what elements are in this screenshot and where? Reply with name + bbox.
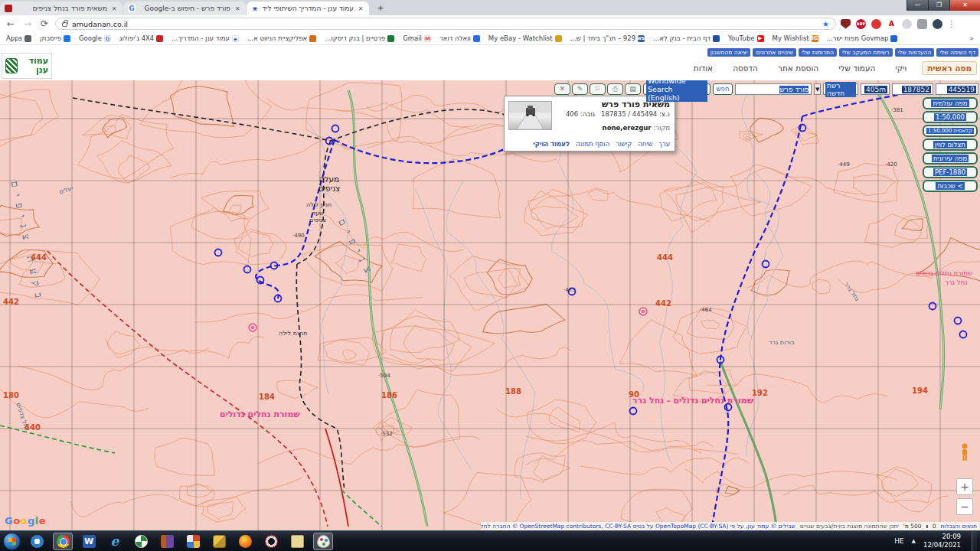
pin-button[interactable]: ⚐ bbox=[590, 83, 606, 95]
layer-button[interactable]: מפה עירונית bbox=[923, 152, 978, 165]
user-link[interactable]: ההעדפות שלי bbox=[895, 48, 935, 57]
bookmark-item[interactable]: Govmap מפות ישר... bbox=[827, 34, 898, 42]
map-site-marker[interactable] bbox=[763, 261, 769, 268]
user-link[interactable]: רשימת המעקב שלי bbox=[839, 48, 893, 57]
restore-button[interactable]: ❐ bbox=[928, 0, 949, 11]
map-site-marker[interactable] bbox=[955, 318, 962, 324]
search-dropdown-icon[interactable]: ▼ bbox=[814, 83, 821, 95]
open-button[interactable]: ▤ bbox=[625, 83, 641, 95]
bookmark-item[interactable]: פרטיים | בנק דיסקו... bbox=[325, 34, 394, 42]
easting-field[interactable]: 187852 bbox=[892, 83, 933, 95]
layer-button[interactable]: 1:50,000 bbox=[923, 111, 978, 123]
site-tab-item[interactable]: אודות bbox=[689, 62, 717, 74]
site-logo[interactable]: עמוד ענן bbox=[2, 53, 52, 79]
map-site-marker[interactable] bbox=[244, 266, 251, 273]
map-site-marker[interactable] bbox=[630, 408, 637, 415]
tab-close-icon[interactable]: ✕ bbox=[357, 5, 364, 12]
map-site-marker[interactable] bbox=[569, 289, 576, 295]
bookmarks-overflow-icon[interactable]: » bbox=[969, 34, 974, 42]
forward-icon[interactable]: → bbox=[21, 18, 34, 29]
search-scope-select[interactable]: Worldwide Search (English) bbox=[643, 83, 710, 95]
taskbar-mediaplayer-icon[interactable] bbox=[27, 533, 47, 550]
profile-avatar[interactable] bbox=[933, 19, 942, 29]
bookmark-item[interactable]: My eBay - Watchlist bbox=[488, 34, 562, 42]
popup-link[interactable]: לעמוד הויקי bbox=[533, 140, 570, 148]
browser-tab[interactable]: ✕עמוד ענן - המדריך השיתופי לידי...⚹ bbox=[247, 2, 369, 15]
taskbar-compass-icon[interactable] bbox=[131, 533, 151, 550]
taskbar-puzzle-icon[interactable] bbox=[209, 533, 229, 550]
ublock-icon[interactable]: 3 bbox=[841, 19, 851, 29]
url-omnibox[interactable]: amudanan.co.il ★ bbox=[55, 18, 836, 30]
bookmark-item[interactable]: אפליקציית הניווט א... bbox=[247, 34, 316, 42]
pegman-icon[interactable] bbox=[959, 443, 971, 461]
bookmark-item[interactable]: ⚹עמוד ענן - המדריך... bbox=[172, 34, 239, 42]
browser-tab[interactable]: ✕משאית פורד בנחל צניפים bbox=[0, 2, 122, 15]
tray-expand-icon[interactable]: ▲ bbox=[912, 538, 916, 544]
bookmark-item[interactable]: MGmail bbox=[403, 34, 431, 42]
user-link[interactable]: יציאה מהחשבון bbox=[707, 48, 751, 57]
site-tab-active[interactable]: מפה ראשית bbox=[922, 61, 977, 75]
map-site-marker[interactable] bbox=[332, 126, 339, 132]
bookmark-item[interactable]: ws929 – תנ"ך ביחד | ש... bbox=[570, 34, 645, 42]
start-button[interactable] bbox=[3, 533, 21, 550]
taskbar-paint-icon[interactable] bbox=[313, 533, 333, 550]
popup-link[interactable]: קישור bbox=[616, 140, 632, 148]
terms-link[interactable]: תנאים והגבלות bbox=[940, 523, 977, 530]
user-link[interactable]: דף השיחה שלי bbox=[936, 48, 978, 57]
extension-icon[interactable] bbox=[902, 19, 912, 29]
taskbar-recorder-icon[interactable] bbox=[261, 533, 281, 550]
map-site-marker[interactable] bbox=[960, 331, 967, 338]
popup-close-button[interactable]: ✕ bbox=[554, 83, 570, 95]
blocker-icon[interactable] bbox=[871, 19, 881, 29]
search-input[interactable]: פורד פרש bbox=[735, 83, 812, 95]
bookmark-item[interactable]: וואלה דואר bbox=[439, 34, 480, 42]
taskbar-chrome-icon[interactable] bbox=[53, 533, 73, 550]
puzzle-extensions-icon[interactable] bbox=[917, 19, 927, 29]
layer-button[interactable]: שכבות < bbox=[923, 180, 978, 192]
bookmark-item[interactable]: BGMy Wishlist bbox=[773, 34, 818, 42]
zoom-out-button[interactable]: − bbox=[956, 498, 973, 515]
close-button[interactable]: ✕ bbox=[949, 0, 980, 11]
bookmark-item[interactable]: פייסבוק bbox=[40, 34, 70, 42]
taskbar-explorer-icon[interactable] bbox=[287, 533, 307, 550]
site-tab-item[interactable]: הוספת אתר bbox=[773, 62, 823, 74]
taskbar-moviemaker-icon[interactable] bbox=[157, 533, 177, 550]
edit-button[interactable]: ✎ bbox=[572, 83, 588, 95]
taskbar-ie-icon[interactable]: e bbox=[105, 533, 125, 550]
trail-red[interactable] bbox=[47, 251, 348, 527]
popup-link[interactable]: הוסף תמונה bbox=[576, 140, 609, 148]
reload-icon[interactable]: ⟳ bbox=[38, 18, 51, 29]
trail-black[interactable] bbox=[73, 98, 509, 490]
site-tab-item[interactable]: הדפסה bbox=[728, 62, 763, 74]
credits-text[interactable]: שבילים © עמוד ענן, על פי OpenTopoMap (CC… bbox=[481, 523, 795, 530]
user-link[interactable]: שינויים אחרונים bbox=[753, 48, 796, 57]
bookmark-item[interactable]: דף הבית - בנק לא... bbox=[653, 34, 720, 42]
bookmark-star-icon[interactable]: ★ bbox=[822, 20, 829, 28]
language-indicator[interactable]: HE bbox=[894, 537, 903, 545]
map-site-marker[interactable] bbox=[929, 303, 936, 310]
taskbar-photos-icon[interactable] bbox=[183, 533, 203, 550]
show-desktop-button[interactable] bbox=[972, 531, 977, 551]
tab-close-icon[interactable]: ✕ bbox=[234, 5, 241, 12]
acrobat-icon[interactable]: A bbox=[887, 19, 897, 29]
trail-blue[interactable] bbox=[256, 90, 926, 527]
chrome-menu-icon[interactable]: ⋮ bbox=[948, 20, 956, 28]
minimize-button[interactable]: — bbox=[906, 0, 928, 11]
layer-button[interactable]: תצלום לווין bbox=[923, 139, 978, 151]
layer-button[interactable]: קלאסית 1:50,000 bbox=[923, 125, 978, 137]
layer-button[interactable]: מפה עולמית bbox=[923, 97, 978, 109]
adblock-icon[interactable]: ABP bbox=[856, 19, 866, 29]
taskbar-firefox-icon[interactable] bbox=[235, 533, 255, 550]
search-button[interactable]: חפש bbox=[713, 83, 733, 95]
site-tab-item[interactable]: ויקי bbox=[890, 62, 911, 74]
taskbar-clock[interactable]: 20:09 12/04/2021 bbox=[923, 533, 964, 549]
site-tab-item[interactable]: העמוד שלי bbox=[834, 62, 880, 74]
popup-link[interactable]: ערך bbox=[658, 140, 670, 148]
map-canvas[interactable]: מעלה צניפיםחניון לילהשער צניפיםתחנת לילה… bbox=[0, 80, 980, 530]
bookmark-item[interactable]: Apps bbox=[6, 34, 31, 42]
back-icon[interactable]: ← bbox=[5, 18, 17, 29]
bookmark-item[interactable]: GGoogle bbox=[79, 34, 111, 42]
grid-select[interactable]: רשת חדשה bbox=[823, 83, 858, 95]
user-link[interactable]: התרומות שלי bbox=[799, 48, 837, 57]
popup-link[interactable]: שיחה bbox=[638, 140, 652, 148]
